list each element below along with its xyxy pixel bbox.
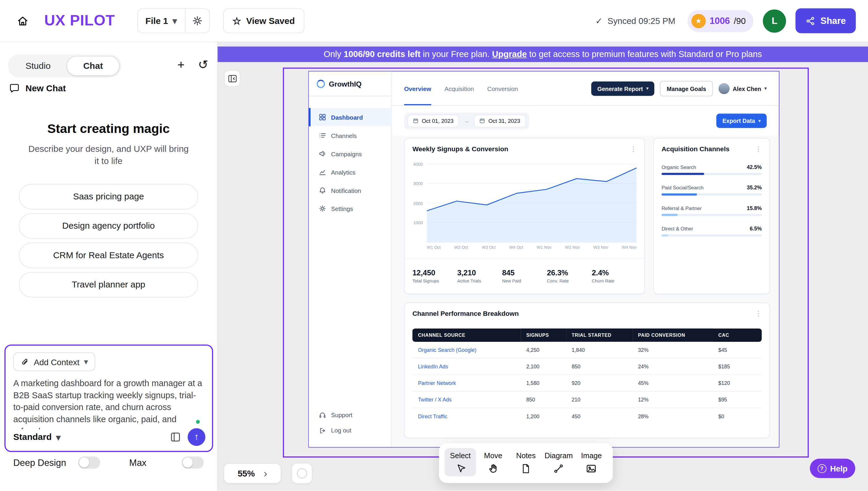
chart-plot-area — [427, 161, 637, 243]
collapse-sidebar-button[interactable] — [224, 70, 240, 86]
date-from-chip[interactable]: Oct 01, 2023 — [407, 114, 459, 127]
kebab-menu-icon[interactable]: ⋮ — [755, 145, 762, 153]
share-icon — [805, 16, 815, 26]
dashboard-nav-log-out[interactable]: Log out — [309, 423, 391, 438]
dashboard-nav-channels[interactable]: Channels — [309, 126, 391, 145]
max-toggle[interactable] — [182, 457, 204, 468]
tool-notes[interactable]: Notes — [510, 448, 542, 476]
chart-icon — [319, 168, 326, 175]
date-range-picker: Oct 01, 2023 → Oct 31, 2023 — [404, 112, 529, 129]
collapse-panel-icon — [227, 73, 237, 83]
tool-label: Move — [484, 452, 502, 460]
user-avatar[interactable]: L — [763, 9, 786, 32]
tool-label: Notes — [516, 452, 535, 460]
dashboard-tab-overview[interactable]: Overview — [404, 71, 431, 105]
dashboard-nav-analytics[interactable]: Analytics — [309, 163, 391, 181]
share-button[interactable]: Share — [796, 8, 856, 33]
document-icon — [521, 463, 532, 474]
channel-source-link[interactable]: Direct Traffic — [412, 408, 521, 424]
prompt-input[interactable]: A marketing dashboard for a growth manag… — [13, 377, 204, 429]
suggestion-design-agency-portfolio[interactable]: Design agency portfolio — [19, 213, 198, 239]
tool-image[interactable]: Image — [576, 448, 607, 476]
dashboard-user-name: Alex Chen — [733, 85, 761, 92]
credits-total: /90 — [734, 16, 745, 26]
tab-studio[interactable]: Studio — [9, 56, 67, 76]
generate-report-button[interactable]: Generate Report ▾ — [591, 81, 655, 96]
tool-label: Select — [450, 452, 471, 460]
table-row[interactable]: LinkedIn Ads2,10085024%$185 — [412, 358, 762, 375]
file-settings-button[interactable] — [185, 9, 209, 33]
table-cell: $45 — [713, 342, 762, 358]
export-data-button[interactable]: Export Data ▾ — [716, 113, 767, 128]
kebab-menu-icon[interactable]: ⋮ — [755, 310, 762, 317]
calendar-icon — [413, 118, 418, 123]
dashboard-nav-settings[interactable]: Settings — [309, 199, 391, 218]
cursor-icon — [455, 463, 466, 474]
stat-churn-rate: 2.4%Churn Rate — [592, 268, 637, 284]
chevron-down-icon: ▾ — [56, 432, 61, 442]
chevron-down-icon: ▾ — [646, 86, 649, 91]
dashboard-tabs: OverviewAcquisitionConversion — [404, 71, 518, 105]
dashboard-nav-dashboard[interactable]: Dashboard — [309, 108, 391, 126]
suggestion-crm-for-real-estate-agents[interactable]: CRM for Real Estate Agents — [19, 242, 198, 268]
design-canvas[interactable]: Only 1006/90 credits left in your Free p… — [218, 42, 868, 491]
table-row[interactable]: Direct Traffic1,20045028%$0 — [412, 408, 762, 424]
file-menu-label: File 1 — [146, 16, 168, 26]
help-button[interactable]: ? Help — [810, 459, 855, 478]
kpi-stats-row: 12,450Total Signups3,210Active Trials845… — [405, 258, 645, 294]
hand-icon — [488, 463, 499, 474]
upgrade-link[interactable]: Upgrade — [492, 49, 527, 59]
nav-item-label: Notification — [331, 187, 361, 194]
tool-move[interactable]: Move — [477, 448, 509, 476]
table-row[interactable]: Twitter / X Ads85021012%$95 — [412, 392, 762, 408]
view-saved-label: View Saved — [246, 16, 295, 26]
table-cell: 1,200 — [521, 408, 566, 424]
deep-design-toggle[interactable] — [78, 457, 100, 468]
add-context-button[interactable]: Add Context ▾ — [13, 352, 95, 371]
kebab-menu-icon[interactable]: ⋮ — [630, 145, 637, 153]
library-button[interactable] — [170, 432, 181, 443]
channel-value: 6.5% — [750, 225, 762, 232]
view-saved-button[interactable]: ☆ View Saved — [223, 8, 304, 33]
tab-chat[interactable]: Chat — [67, 56, 120, 76]
channel-source-link[interactable]: Organic Search (Google) — [412, 342, 521, 358]
zoom-control[interactable]: 55% › — [224, 463, 281, 484]
dashboard-nav-support[interactable]: Support — [309, 407, 391, 423]
channel-source-link[interactable]: LinkedIn Ads — [412, 358, 521, 375]
date-to-chip[interactable]: Oct 31, 2023 — [474, 114, 526, 127]
new-chat-plus-button[interactable]: + — [174, 58, 188, 72]
suggestion-travel-planner-app[interactable]: Travel planner app — [19, 272, 198, 297]
new-chat-header[interactable]: New Chat — [9, 83, 66, 94]
dashboard-user-menu[interactable]: Alex Chen ▾ — [718, 83, 767, 94]
dashboard-tab-conversion[interactable]: Conversion — [487, 71, 518, 105]
chevron-down-icon: ▾ — [173, 16, 177, 26]
frame-selection-outline[interactable]: GrowthIQ DashboardChannelsCampaignsAnaly… — [283, 68, 809, 458]
suggestion-saas-pricing-page[interactable]: Saas pricing page — [19, 184, 198, 209]
table-cell: 24% — [632, 358, 713, 375]
model-select[interactable]: Standard ▾ — [13, 432, 61, 442]
library-icon — [170, 432, 181, 443]
file-menu-button[interactable]: File 1 ▾ — [137, 9, 185, 33]
channel-source-link[interactable]: Partner Network — [412, 375, 521, 391]
manage-goals-button[interactable]: Manage Goals — [660, 81, 713, 96]
send-button[interactable]: ↑ — [188, 428, 206, 446]
generated-dashboard-frame[interactable]: GrowthIQ DashboardChannelsCampaignsAnaly… — [308, 71, 779, 447]
credits-value: 1006 — [709, 16, 730, 26]
y-axis-label: 1000 — [413, 221, 423, 225]
tool-select[interactable]: Select — [445, 448, 476, 476]
hero: Start creating magic Describe your desig… — [0, 121, 217, 168]
table-row[interactable]: Organic Search (Google)4,2501,84032%$45 — [412, 342, 762, 358]
arrow-right-icon: → — [464, 118, 470, 124]
channel-source-link[interactable]: Twitter / X Ads — [412, 392, 521, 408]
credits-badge[interactable]: ★ 1006 /90 — [687, 10, 753, 32]
composer-bottom-bar: Standard ▾ ↑ — [13, 428, 206, 446]
tool-diagram[interactable]: Diagram — [543, 448, 575, 476]
minimap-button[interactable] — [292, 463, 312, 484]
upgrade-banner: Only 1006/90 credits left in your Free p… — [218, 47, 868, 62]
home-button[interactable] — [12, 10, 33, 31]
dashboard-tab-acquisition[interactable]: Acquisition — [444, 71, 474, 105]
history-button[interactable]: ↺ — [196, 58, 211, 72]
dashboard-nav-campaigns[interactable]: Campaigns — [309, 144, 391, 163]
dashboard-nav-notification[interactable]: Notification — [309, 181, 391, 199]
table-row[interactable]: Partner Network1,58092045%$120 — [412, 375, 762, 391]
